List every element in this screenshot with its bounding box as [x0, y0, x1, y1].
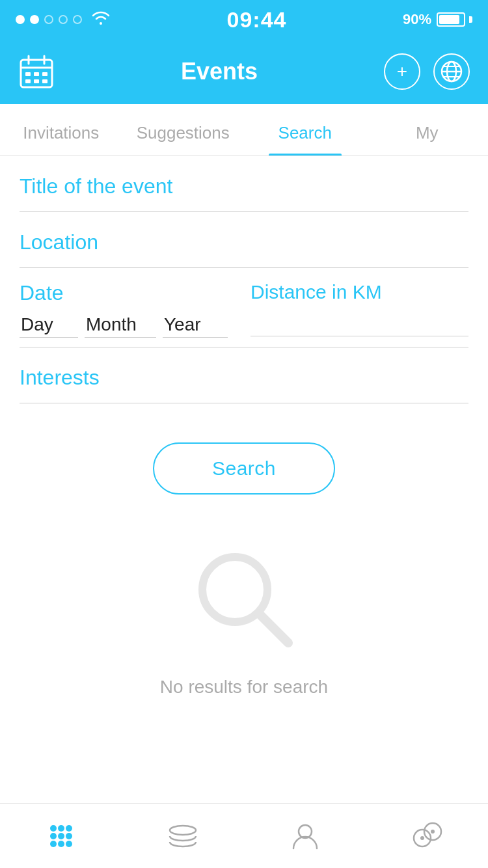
month-select[interactable]: Month	[85, 312, 156, 338]
svg-point-25	[66, 841, 72, 847]
battery-percentage: 90%	[403, 11, 431, 28]
grid-icon	[45, 820, 77, 852]
svg-line-16	[259, 614, 288, 643]
svg-point-18	[58, 825, 64, 832]
date-section: Date Day Month Year	[20, 281, 237, 338]
globe-button[interactable]	[433, 53, 470, 90]
signal-dot-3	[44, 15, 53, 24]
svg-point-19	[66, 825, 72, 832]
svg-point-20	[50, 833, 57, 839]
svg-rect-6	[42, 72, 47, 76]
distance-input[interactable]	[251, 310, 468, 336]
tab-my[interactable]: My	[366, 104, 489, 156]
status-time: 09:44	[226, 7, 286, 33]
title-label: Title of the event	[20, 174, 468, 198]
signal-dot-4	[59, 15, 68, 24]
location-label: Location	[20, 230, 468, 254]
signal-indicators	[16, 10, 111, 29]
empty-state: No results for search	[0, 521, 488, 737]
bottom-nav-grid[interactable]	[0, 820, 122, 852]
search-button[interactable]: Search	[153, 442, 335, 495]
calendar-icon[interactable]	[18, 53, 55, 90]
svg-point-22	[66, 833, 72, 839]
svg-rect-9	[42, 79, 47, 83]
location-field: Location	[20, 212, 468, 268]
header-actions: +	[384, 53, 470, 90]
distance-label: Distance in KM	[251, 281, 382, 303]
svg-point-24	[58, 841, 64, 847]
title-field: Title of the event	[20, 156, 468, 212]
svg-point-21	[58, 833, 64, 839]
svg-rect-7	[25, 79, 31, 83]
signal-dot-5	[73, 15, 82, 24]
svg-point-23	[50, 841, 57, 847]
interests-field: Interests	[20, 347, 468, 403]
search-button-wrap: Search	[0, 403, 488, 521]
day-select[interactable]: Day	[20, 312, 78, 338]
signal-dot-2	[30, 15, 39, 24]
status-bar: 09:44 90%	[0, 0, 488, 39]
svg-point-30	[420, 836, 424, 840]
search-form: Title of the event Location Date Day Mon…	[0, 156, 488, 403]
tab-bar: Invitations Suggestions Search My	[0, 104, 488, 156]
battery-indicator: 90%	[403, 11, 472, 28]
bottom-nav-chat[interactable]	[366, 820, 489, 852]
wifi-icon	[91, 10, 111, 29]
battery-icon	[437, 12, 472, 27]
no-results-text: No results for search	[160, 677, 328, 698]
layers-icon	[167, 820, 199, 852]
header: Events +	[0, 39, 488, 104]
svg-point-17	[50, 825, 57, 832]
profile-icon	[289, 820, 321, 852]
bottom-nav-layers[interactable]	[122, 820, 245, 852]
date-distance-row: Date Day Month Year Distance in KM	[20, 268, 468, 347]
year-select[interactable]: Year	[163, 312, 228, 338]
distance-section: Distance in KM	[237, 281, 468, 336]
date-selects: Day Month Year	[20, 312, 237, 338]
tab-suggestions[interactable]: Suggestions	[122, 104, 245, 156]
plus-icon: +	[397, 61, 407, 82]
signal-dot-1	[16, 15, 25, 24]
svg-point-31	[431, 830, 435, 834]
date-label: Date	[20, 281, 237, 305]
chat-icon	[411, 820, 443, 852]
svg-rect-8	[34, 79, 39, 83]
interests-label: Interests	[20, 366, 468, 390]
header-title: Events	[181, 58, 258, 85]
tab-search[interactable]: Search	[244, 104, 366, 156]
tab-invitations[interactable]: Invitations	[0, 104, 122, 156]
svg-rect-5	[34, 72, 39, 76]
bottom-nav-profile[interactable]	[244, 820, 366, 852]
magnifier-icon	[192, 547, 296, 651]
add-event-button[interactable]: +	[384, 53, 420, 90]
svg-point-26	[170, 826, 196, 835]
bottom-nav	[0, 803, 488, 868]
svg-rect-4	[25, 72, 31, 76]
